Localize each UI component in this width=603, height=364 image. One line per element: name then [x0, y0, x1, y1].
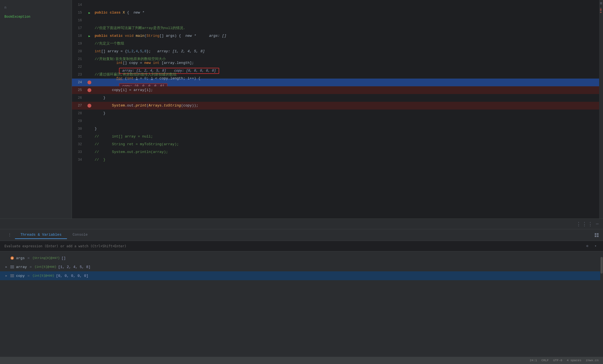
close-panel-icon[interactable]: — — [596, 222, 599, 227]
code-line-30: 30 } — [72, 125, 599, 133]
line-number-16: 16 — [72, 19, 86, 22]
status-bar: 24:1 CRLF UTF-8 4 spaces znwx.cn — [0, 357, 603, 364]
args-icon-inner: ⊘ — [12, 257, 13, 259]
code-line-19: 19 //先定义一个数组 — [72, 40, 599, 48]
line-code-28: } — [92, 110, 599, 117]
line-number-33: 33 — [72, 150, 86, 154]
code-line-33: 33 // System.out.println(array); — [72, 148, 599, 156]
line-debug-24 — [86, 80, 92, 84]
breakpoint-icon-25 — [87, 88, 91, 92]
vars-scrollbar[interactable] — [600, 251, 603, 357]
line-number-25: 25 — [72, 88, 86, 92]
code-line-14: 14 — [72, 1, 599, 9]
bottom-tab-bar: ⋮ Threads & Variables Console — [0, 229, 603, 241]
line-code-17: //但是下面这种写法漏了判断array是否为null的情况. — [92, 24, 599, 32]
var-expand-array[interactable]: ▶ — [4, 265, 8, 269]
var-eq-copy: = — [27, 274, 30, 278]
variables-area: ▶ ⊘ args = {String[0]@497} [] ▶ — [0, 251, 603, 357]
code-line-28: 28 } — [72, 110, 599, 117]
eval-bar: ⚙ ▾ — [0, 241, 603, 251]
vars-scrollbar-thumb — [601, 257, 603, 274]
exception-label: BookException — [0, 13, 72, 21]
restore-icon — [595, 233, 599, 237]
code-line-31: 31 // int[] array = null; — [72, 133, 599, 141]
tab-threads-variables[interactable]: Threads & Variables — [15, 231, 67, 239]
scroll-marker-red3 — [600, 12, 602, 13]
code-panel: 14 15 ▶ public class X { new * 16 17 — [72, 0, 599, 219]
line-number-27: 27 — [72, 104, 86, 108]
var-expand-copy[interactable]: ▶ — [4, 274, 8, 278]
scroll-marker-red2 — [600, 10, 602, 11]
scrollbar-overview — [600, 8, 602, 13]
breakpoint-icon-27 — [87, 104, 91, 108]
scrollbar-menu-icon[interactable]: ≡ — [600, 1, 602, 6]
restore-panel-btn[interactable] — [594, 232, 600, 238]
line-code-34: // } — [92, 156, 599, 164]
line-code-27: System.out.print(Arrays.toString(copy)); — [92, 102, 599, 110]
var-name-args: args — [16, 256, 25, 260]
eval-input[interactable] — [4, 244, 584, 248]
var-name-copy: copy — [16, 274, 25, 278]
line-number-31: 31 — [72, 135, 86, 139]
var-value-array: [1, 2, 4, 5, 8] — [58, 265, 90, 269]
line-number-14: 14 — [72, 3, 86, 7]
line-code-31: // int[] array = null; — [92, 133, 599, 141]
var-icon-array — [10, 265, 14, 269]
var-name-array: array — [16, 265, 27, 269]
code-line-17: 17 //但是下面这种写法漏了判断array是否为null的情况. — [72, 24, 599, 32]
code-line-26: 26 } — [72, 94, 599, 102]
var-icon-args: ⊘ — [10, 256, 14, 260]
line-number-28: 28 — [72, 111, 86, 115]
line-code-26: } — [92, 94, 599, 102]
left-sidebar: n BookException — [0, 0, 72, 219]
status-line-ending: CRLF — [542, 359, 549, 362]
scroll-marker2 — [600, 11, 602, 12]
line-code-18: public static void main(String[] args) {… — [92, 32, 599, 40]
line-number-23: 23 — [72, 73, 86, 77]
line-debug-25 — [86, 88, 92, 92]
status-encoding: UTF-8 — [553, 359, 562, 362]
line-number-19: 19 — [72, 42, 86, 46]
line-code-19: //先定义一个数组 — [92, 40, 599, 48]
line-number-26: 26 — [72, 96, 86, 100]
list-icon-copy — [10, 274, 14, 277]
line-number-15: 15 — [72, 11, 86, 15]
var-row-copy: ▶ copy = {int[5]@499} [0, 0, 0, 0, 0] — [0, 271, 603, 280]
line-code-33: // System.out.println(array); — [92, 148, 599, 156]
eval-right-icons: ⚙ ▾ — [584, 243, 599, 249]
line-number-34: 34 — [72, 158, 86, 162]
line-number-22: 22 — [72, 65, 86, 69]
line-code-30: } — [92, 125, 599, 133]
eval-settings-icon[interactable]: ⚙ — [584, 243, 590, 249]
ellipsis-icon: ⋮ — [8, 233, 12, 237]
line-code-25: copy[i] = array[i]; — [92, 86, 599, 94]
var-value-args: [] — [61, 256, 66, 260]
code-content: 14 15 ▶ public class X { new * 16 17 — [72, 0, 599, 219]
scroll-marker-red — [600, 9, 602, 9]
eval-dropdown-icon[interactable]: ▾ — [592, 243, 599, 249]
var-type-args: {String[0]@497} — [32, 256, 60, 260]
bottom-panel: ⋮⋮⋮ — ⋮ Threads & Variables Console — [0, 219, 603, 357]
var-row-args: ▶ ⊘ args = {String[0]@497} [] — [0, 254, 603, 262]
var-row-array: ▶ array = {int[5]@498} [1, 2, 4, 5, 8] — [0, 262, 603, 271]
status-indent: 4 spaces — [567, 359, 581, 362]
toolbar-right — [594, 232, 600, 238]
right-scrollbar[interactable]: ≡ — [599, 0, 603, 219]
more-options-icon[interactable]: ⋮⋮⋮ — [576, 221, 594, 227]
bottom-mini-toolbar: ⋮⋮⋮ — — [0, 219, 603, 229]
code-line-29: 29 — [72, 117, 599, 125]
more-options-btn[interactable]: ⋮ — [7, 232, 13, 238]
line-debug-27 — [86, 104, 92, 108]
line-number-24: 24 — [72, 80, 86, 84]
breakpoint-icon-24 — [87, 80, 91, 84]
code-line-34: 34 // } — [72, 156, 599, 164]
var-eq-args: = — [27, 256, 30, 260]
list-icon-array — [10, 266, 14, 268]
run-arrow-icon-18: ▶ — [89, 34, 90, 38]
tab-group: Threads & Variables Console — [15, 231, 93, 239]
var-type-copy: {int[5]@499} — [32, 274, 54, 277]
tab-console[interactable]: Console — [67, 231, 93, 239]
line-number-21: 21 — [72, 57, 86, 61]
var-icon-copy — [10, 274, 14, 278]
sidebar-item: n — [0, 3, 72, 13]
